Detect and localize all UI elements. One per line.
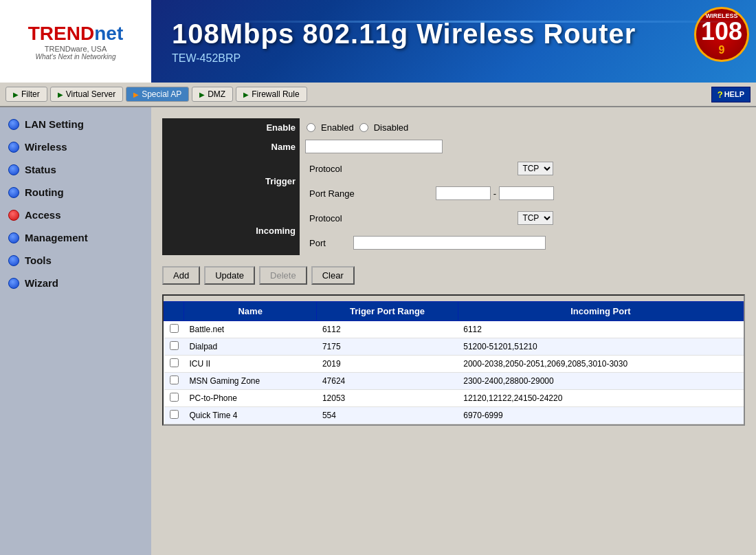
sidebar-item-tools[interactable]: Tools	[0, 249, 151, 272]
sidebar-item-lan-setting[interactable]: LAN Setting	[0, 113, 151, 135]
incoming-port-table: Port	[305, 233, 740, 252]
table-body: Battle.net61126112Dialpad717551200-51201…	[164, 321, 744, 424]
sidebar-item-status[interactable]: Status	[0, 158, 151, 181]
table-row[interactable]: PC-to-Phone1205312120,12122,24150-24220	[164, 390, 744, 407]
main-layout: LAN Setting Wireless Status Routing Acce…	[0, 107, 756, 555]
trigger-protocol-table: Protocol TCP UDP Both	[305, 159, 740, 178]
incoming-port-label: Port	[307, 235, 349, 251]
disabled-label: Disabled	[374, 122, 409, 133]
delete-button[interactable]: Delete	[259, 266, 307, 285]
name-column-header: Name	[184, 302, 317, 321]
sidebar-item-management[interactable]: Management	[0, 226, 151, 249]
trigger-protocol-select[interactable]: TCP UDP Both	[518, 162, 553, 175]
row-checkbox[interactable]	[170, 410, 179, 419]
firewall-arrow-icon: ▶	[243, 91, 249, 98]
tab-special-ap[interactable]: ▶ Special AP	[126, 87, 189, 102]
enabled-label: Enabled	[321, 122, 354, 133]
tab-virtual-server[interactable]: ▶ Virtual Server	[50, 87, 123, 102]
incoming-port-column-header: Incoming Port	[458, 302, 743, 321]
access-dot	[8, 210, 19, 221]
sidebar-access-label: Access	[25, 209, 61, 221]
badge-speed-number: 108	[701, 19, 742, 44]
logo-area: TRENDnet TRENDware, USA What's Next in N…	[0, 0, 151, 83]
port-range-separator: -	[493, 188, 496, 199]
table-row[interactable]: Quick Time 45546970-6999	[164, 407, 744, 424]
sidebar-lan-setting-label: LAN Setting	[25, 118, 84, 130]
row-trigger-port: 6112	[317, 321, 458, 338]
trigger-label: Trigger	[162, 156, 300, 206]
tools-dot	[8, 255, 19, 266]
row-trigger-port: 2019	[317, 356, 458, 373]
row-checkbox[interactable]	[170, 324, 179, 333]
row-name: Quick Time 4	[184, 407, 317, 424]
help-icon: ?	[718, 89, 723, 100]
sidebar-item-access[interactable]: Access	[0, 204, 151, 226]
tab-firewall-rule[interactable]: ▶ Firewall Rule	[236, 87, 307, 102]
table-row[interactable]: Battle.net61126112	[164, 321, 744, 338]
incoming-port-input[interactable]	[353, 236, 546, 250]
sidebar-item-routing[interactable]: Routing	[0, 181, 151, 204]
special-ap-table: Name Triger Port Range Incoming Port Bat…	[164, 301, 744, 424]
table-row[interactable]: MSN Gaming Zone476242300-2400,28800-2900…	[164, 373, 744, 390]
tab-dmz-label: DMZ	[208, 89, 225, 99]
update-button[interactable]: Update	[204, 266, 255, 285]
incoming-protocol-select[interactable]: TCP UDP Both	[518, 211, 553, 225]
port-range-end-input[interactable]	[499, 186, 554, 200]
add-button[interactable]: Add	[162, 266, 200, 285]
name-input[interactable]	[305, 140, 443, 153]
table-header-row: Name Triger Port Range Incoming Port	[164, 302, 744, 321]
wizard-dot	[8, 278, 19, 289]
sidebar-wireless-label: Wireless	[25, 141, 67, 153]
help-button[interactable]: ? HELP	[711, 87, 751, 102]
special-ap-arrow-icon: ▶	[133, 91, 139, 98]
row-incoming-port: 6970-6999	[458, 407, 743, 424]
trigger-protocol-inner-row: Protocol TCP UDP Both	[307, 160, 738, 177]
enable-row: Enable Enabled Disabled	[162, 118, 745, 137]
tab-firewall-rule-label: Firewall Rule	[252, 89, 299, 99]
tab-dmz[interactable]: ▶ DMZ	[192, 87, 233, 102]
nav-tabs: ▶ Filter ▶ Virtual Server ▶ Special AP ▶…	[0, 83, 756, 107]
row-checkbox[interactable]	[170, 393, 179, 402]
config-form: Enable Enabled Disabled Name	[162, 118, 745, 255]
incoming-protocol-label: Protocol	[307, 210, 513, 226]
clear-button[interactable]: Clear	[311, 266, 355, 285]
row-checkbox[interactable]	[170, 376, 179, 384]
data-table-container: Name Triger Port Range Incoming Port Bat…	[162, 294, 745, 426]
incoming-protocol-row: Incoming Protocol TCP UDP	[162, 206, 745, 230]
disabled-radio[interactable]	[359, 123, 368, 132]
table-header: Name Triger Port Range Incoming Port	[164, 302, 744, 321]
port-range-start-input[interactable]	[436, 186, 491, 200]
sidebar: LAN Setting Wireless Status Routing Acce…	[0, 107, 151, 555]
row-trigger-port: 12053	[317, 390, 458, 407]
incoming-port-inner-row: Port	[307, 235, 738, 251]
table-row[interactable]: Dialpad717551200-51201,51210	[164, 338, 744, 356]
name-row: Name	[162, 137, 745, 156]
row-incoming-port: 12120,12122,24150-24220	[458, 390, 743, 407]
incoming-protocol-table: Protocol TCP UDP Both	[305, 208, 740, 228]
trigger-port-column-header: Triger Port Range	[317, 302, 458, 321]
checkbox-header	[164, 302, 184, 321]
action-buttons: Add Update Delete Clear	[162, 263, 745, 287]
row-checkbox[interactable]	[170, 358, 179, 367]
row-incoming-port: 51200-51201,51210	[458, 338, 743, 356]
trigger-protocol-label: Protocol	[307, 160, 513, 177]
row-name: Dialpad	[184, 338, 317, 356]
sidebar-management-label: Management	[25, 232, 88, 243]
port-range-label: Port Range	[307, 185, 432, 202]
sidebar-tools-label: Tools	[25, 254, 52, 266]
logo-net: net	[94, 23, 123, 44]
table-row[interactable]: ICU II20192000-2038,2050-2051,2069,2085,…	[164, 356, 744, 373]
sidebar-routing-label: Routing	[25, 186, 64, 198]
header-title-area: 108Mbps 802.11g Wireless Router TEW-452B…	[151, 19, 756, 65]
tab-filter[interactable]: ▶ Filter	[5, 87, 47, 102]
row-name: MSN Gaming Zone	[184, 373, 317, 390]
filter-arrow-icon: ▶	[13, 91, 19, 98]
badge-plus-icon: 9	[719, 44, 725, 56]
tab-virtual-server-label: Virtual Server	[66, 89, 115, 99]
enabled-radio[interactable]	[307, 123, 315, 132]
logo-trend: TREND	[28, 23, 94, 44]
model-number: TEW-452BRP	[172, 52, 756, 65]
sidebar-item-wireless[interactable]: Wireless	[0, 135, 151, 158]
row-checkbox[interactable]	[170, 341, 179, 350]
sidebar-item-wizard[interactable]: Wizard	[0, 272, 151, 294]
